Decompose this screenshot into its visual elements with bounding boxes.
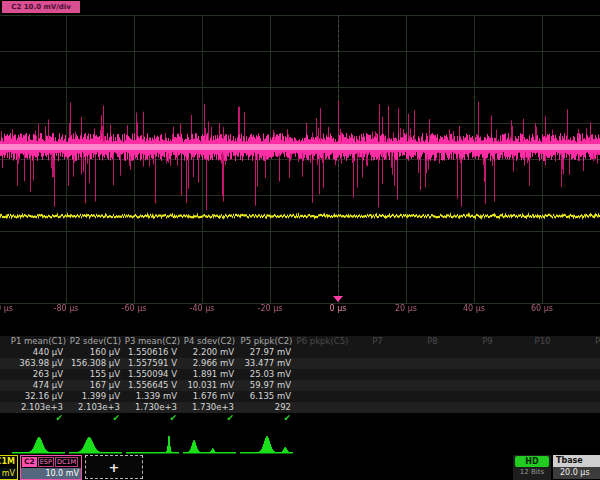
measure-value-cell: 1.550094 V [124, 369, 181, 380]
measure-value-cell: 32.16 µV [10, 391, 67, 402]
measure-value-cell: 59.97 mV [238, 380, 295, 391]
time-tick-label: -20 µs [258, 304, 283, 313]
measure-value-cell: 292 [238, 402, 295, 413]
measure-status-check: ✔ [10, 413, 67, 424]
histicon-row [0, 430, 600, 455]
measure-value-cell: 1.399 µV [67, 391, 124, 402]
time-tick-label: -80 µs [54, 304, 79, 313]
measurement-table: P1 mean(C1)P2 sdev(C1)P3 mean(C2)P4 sdev… [0, 336, 600, 424]
measure-value-cell: 1.339 mV [124, 391, 181, 402]
measure-value-cell: 10.031 mV [181, 380, 238, 391]
c2-volts-per-div: 10.0 mV [21, 468, 81, 479]
measure-header-cell[interactable]: P3 mean(C2) [124, 336, 181, 347]
hd-bits-label: 12 Bits [513, 467, 551, 478]
measure-value-cell: 6.135 mV [238, 391, 295, 402]
measure-value-cell: 33.477 mV [238, 358, 295, 369]
histicon-2[interactable] [67, 430, 124, 455]
measure-header-cell-unused[interactable]: P10 [515, 336, 570, 347]
time-tick-label: -60 µs [122, 304, 147, 313]
measure-header-cell-unused[interactable]: P9 [460, 336, 515, 347]
trigger-position-marker[interactable] [333, 296, 343, 302]
measure-status-check: ✔ [181, 413, 238, 424]
c1-coupling-label: DC1M [0, 456, 17, 468]
measure-value-cell: 156.308 µV [67, 358, 124, 369]
time-tick-label: 40 µs [463, 304, 485, 313]
measure-value-cell: 1.557591 V [124, 358, 181, 369]
descriptor-bar: DC1M 10.0 mV C2 ESP DC1M 10.0 mV + HD 12… [0, 455, 600, 480]
measure-value-cell: 2.103e+3 [10, 402, 67, 413]
measure-value-cell: 474 µV [10, 380, 67, 391]
measure-status-check: ✔ [67, 413, 124, 424]
hd-mode-indicator[interactable]: HD 12 Bits [513, 455, 551, 480]
measure-value-cell: 2.966 mV [181, 358, 238, 369]
measure-header-cell[interactable]: P2 sdev(C1) [67, 336, 124, 347]
measure-value-cell: 263 µV [10, 369, 67, 380]
measure-header-cell-unused[interactable]: P [570, 336, 600, 347]
measure-value-cell: 1.676 mV [181, 391, 238, 402]
measure-value-cell: 1.891 mV [181, 369, 238, 380]
histicon-4[interactable] [181, 430, 238, 455]
histicon-5[interactable] [238, 430, 295, 455]
measure-header-cell[interactable]: P5 pkpk(C2) [238, 336, 295, 347]
c1-volts-per-div: 10.0 mV [0, 468, 17, 479]
time-axis: -100 µs-80 µs-60 µs-40 µs-20 µs0 µs20 µs… [0, 302, 600, 318]
measure-value-cell: 440 µV [10, 347, 67, 358]
measure-value-cell: 363.98 µV [10, 358, 67, 369]
histicon-3[interactable] [124, 430, 181, 455]
c2-channel-tag: C2 [22, 457, 37, 467]
time-tick-label: 20 µs [395, 304, 417, 313]
time-tick-label: 0 µs [330, 304, 347, 313]
measure-value-cell: 155 µV [67, 369, 124, 380]
measure-value-cell: 27.97 mV [238, 347, 295, 358]
measure-value-cell: 167 µV [67, 380, 124, 391]
measure-value-cell: 2.200 mV [181, 347, 238, 358]
measure-status-check: ✔ [238, 413, 295, 424]
measure-value-cell: 160 µV [67, 347, 124, 358]
measure-value-cell: 1.550616 V [124, 347, 181, 358]
oscilloscope-screen: C2 10.0 mV/div -100 µs-80 µs-60 µs-40 µs… [0, 0, 600, 480]
selected-trace-badge[interactable]: C2 10.0 mV/div [2, 1, 80, 13]
hd-badge: HD [515, 456, 549, 467]
add-trace-button[interactable]: + [85, 455, 143, 479]
time-tick-label: -40 µs [190, 304, 215, 313]
measure-value-cell: 25.03 mV [238, 369, 295, 380]
measure-value-cell: 1.556645 V [124, 380, 181, 391]
measure-value-cell: 1.730e+3 [181, 402, 238, 413]
histicon-1[interactable] [10, 430, 67, 455]
timebase-descriptor[interactable]: Tbase 20.0 µs [553, 455, 600, 480]
c2-esp-badge: ESP [38, 457, 54, 467]
measure-header-cell-unused[interactable]: P8 [405, 336, 460, 347]
measure-status-check: ✔ [124, 413, 181, 424]
time-tick-label: -100 µs [0, 304, 13, 313]
channel-c1-descriptor[interactable]: DC1M 10.0 mV [0, 455, 18, 480]
measure-value-cell: 1.730e+3 [124, 402, 181, 413]
timebase-label: Tbase [553, 455, 600, 467]
measure-header-cell[interactable]: P1 mean(C1) [10, 336, 67, 347]
c2-coupling-badge: DC1M [55, 457, 78, 467]
measure-header-cell-unused[interactable]: P6 pkpk(C5) [295, 336, 350, 347]
time-tick-label: 60 µs [531, 304, 553, 313]
measure-value-cell: 2.103e+3 [67, 402, 124, 413]
measure-header-cell[interactable]: P4 sdev(C2) [181, 336, 238, 347]
channel-c2-descriptor[interactable]: C2 ESP DC1M 10.0 mV [20, 455, 82, 480]
waveform-display[interactable] [0, 14, 600, 304]
measure-header-cell-unused[interactable]: P7 [350, 336, 405, 347]
timebase-value: 20.0 µs [553, 467, 600, 479]
